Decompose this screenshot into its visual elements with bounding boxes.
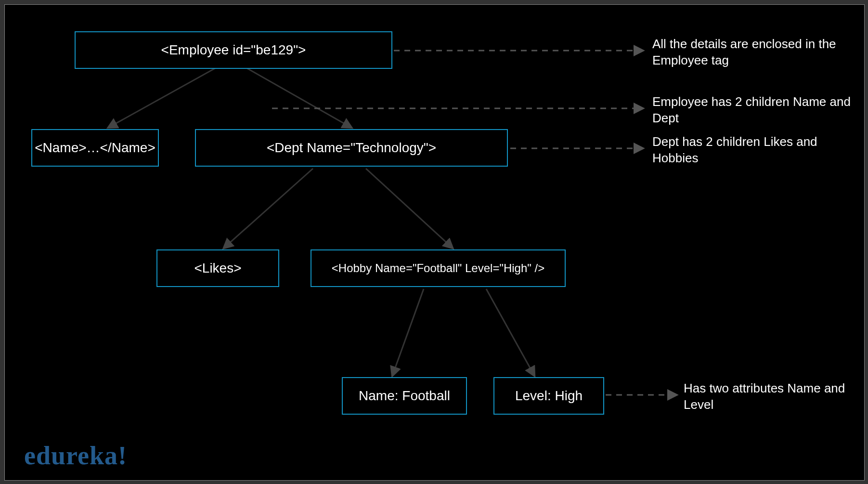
annotation-children-1: Employee has 2 children Name and Dept [652,94,855,127]
svg-line-3 [366,169,453,248]
node-name: <Name>…</Name> [31,129,159,167]
node-likes: <Likes> [156,249,279,287]
annotation-attributes: Has two attributes Name and Level [684,380,857,413]
svg-line-2 [224,169,313,248]
svg-line-1 [246,67,351,128]
annotation-children-2: Dept has 2 children Likes and Hobbies [652,134,855,167]
node-employee: <Employee id="be129"> [75,31,392,69]
node-hobby-name: Name: Football [342,377,467,415]
node-hobby-level: Level: High [493,377,604,415]
svg-line-4 [392,289,424,376]
svg-line-5 [486,289,534,376]
diagram-frame: <Employee id="be129"> <Name>…</Name> <De… [4,4,865,481]
node-dept: <Dept Name="Technology"> [195,129,508,167]
node-hobbies: <Hobby Name="Football" Level="High" /> [311,249,566,287]
svg-line-0 [108,67,217,128]
edureka-logo: edureka! [24,441,127,471]
annotation-employee: All the details are enclosed in the Empl… [652,36,855,69]
